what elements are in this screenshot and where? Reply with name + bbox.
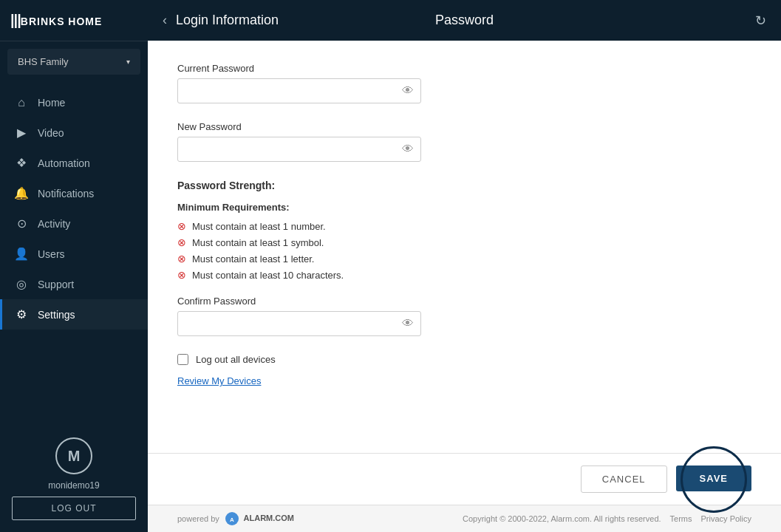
sidebar-item-notifications[interactable]: 🔔 Notifications <box>0 178 148 208</box>
nav-menu: ⌂ Home ▶ Video ❖ Automation 🔔 Notificati… <box>0 82 148 426</box>
sidebar-item-settings[interactable]: ⚙ Settings <box>0 299 148 330</box>
support-icon: ◎ <box>14 277 29 291</box>
current-password-wrapper: 👁 <box>177 78 421 103</box>
alarm-brand: A ALARM.COM <box>222 511 294 526</box>
sidebar-item-automation[interactable]: ❖ Automation <box>0 148 148 178</box>
sidebar-item-support[interactable]: ◎ Support <box>0 269 148 299</box>
sidebar-item-label: Users <box>38 248 65 260</box>
logout-button[interactable]: LOG OUT <box>12 497 136 520</box>
settings-icon: ⚙ <box>14 307 29 321</box>
toggle-new-password-icon[interactable]: 👁 <box>402 143 414 156</box>
copyright-text: Copyright © 2000-2022, Alarm.com. All ri… <box>463 514 661 523</box>
sidebar-item-label: Notifications <box>38 188 94 200</box>
top-header: ‹ Login Information Password ↻ <box>148 0 781 41</box>
requirement-text: Must contain at least 1 letter. <box>192 253 314 265</box>
sidebar-item-video[interactable]: ▶ Video <box>0 117 148 148</box>
sidebar-item-label: Activity <box>38 218 70 230</box>
automation-icon: ❖ <box>14 156 29 170</box>
privacy-link[interactable]: Privacy Policy <box>701 514 751 523</box>
sidebar-item-users[interactable]: 👤 Users <box>0 239 148 269</box>
confirm-password-input[interactable] <box>177 311 421 336</box>
brand-logo: |||BRINKS HOME <box>10 12 137 29</box>
current-password-label: Current Password <box>177 63 751 74</box>
confirm-password-group: Confirm Password 👁 <box>177 296 751 336</box>
terms-link[interactable]: Terms <box>670 514 692 523</box>
account-selector[interactable]: BHS Family ▾ <box>7 49 140 75</box>
requirement-text: Must contain at least 10 characters. <box>192 270 344 281</box>
home-icon: ⌂ <box>14 96 29 109</box>
powered-by: powered by A ALARM.COM <box>177 511 294 526</box>
sidebar-item-home[interactable]: ⌂ Home <box>0 88 148 117</box>
error-icon: ⊗ <box>177 220 186 232</box>
sidebar-bottom: M monidemo19 LOG OUT <box>0 426 148 532</box>
error-icon: ⊗ <box>177 253 186 265</box>
new-password-wrapper: 👁 <box>177 137 421 162</box>
avatar: M <box>55 437 92 474</box>
error-icon: ⊗ <box>177 269 186 281</box>
sidebar-item-label: Settings <box>38 309 75 321</box>
sidebar: |||BRINKS HOME BHS Family ▾ ⌂ Home ▶ Vid… <box>0 0 148 532</box>
chevron-down-icon: ▾ <box>126 58 130 66</box>
bottom-bar: powered by A ALARM.COM Copyright © 2000-… <box>148 505 781 532</box>
footer-links: Copyright © 2000-2022, Alarm.com. All ri… <box>463 514 751 523</box>
username-label: monidemo19 <box>48 480 99 491</box>
confirm-password-label: Confirm Password <box>177 296 751 307</box>
requirement-text: Must contain at least 1 number. <box>192 221 326 232</box>
footer-bar: CANCEL SAVE <box>148 453 781 505</box>
new-password-input[interactable] <box>177 137 421 162</box>
password-strength-section: Password Strength: Minimum Requirements:… <box>177 180 751 281</box>
account-name: BHS Family <box>18 56 69 67</box>
requirement-text: Must contain at least 1 symbol. <box>192 237 324 248</box>
sidebar-item-label: Home <box>38 97 65 109</box>
sidebar-item-activity[interactable]: ⊙ Activity <box>0 208 148 239</box>
logout-devices-row: Log out all devices <box>177 354 751 365</box>
main-content: ‹ Login Information Password ↻ Current P… <box>148 0 781 532</box>
cancel-button[interactable]: CANCEL <box>581 466 667 493</box>
requirements-title: Minimum Requirements: <box>177 202 751 213</box>
video-icon: ▶ <box>14 126 29 140</box>
svg-text:A: A <box>230 516 234 523</box>
back-button[interactable]: ‹ <box>163 13 167 28</box>
toggle-confirm-password-icon[interactable]: 👁 <box>402 317 414 330</box>
section-title: Password <box>435 13 494 28</box>
new-password-label: New Password <box>177 121 751 132</box>
users-icon: 👤 <box>14 247 29 261</box>
new-password-group: New Password 👁 <box>177 121 751 162</box>
sidebar-item-label: Support <box>38 279 74 290</box>
logout-all-label: Log out all devices <box>196 354 276 365</box>
alarm-brand-text: ALARM.COM <box>244 514 294 522</box>
requirement-characters: ⊗ Must contain at least 10 characters. <box>177 269 751 281</box>
avatar-initial: M <box>68 448 81 465</box>
sidebar-item-label: Automation <box>38 157 90 169</box>
save-button[interactable]: SAVE <box>676 466 751 491</box>
toggle-password-visibility-icon[interactable]: 👁 <box>402 84 414 98</box>
form-content: Current Password 👁 New Password 👁 Passwo… <box>148 41 781 453</box>
review-devices-link[interactable]: Review My Devices <box>177 375 261 386</box>
activity-icon: ⊙ <box>14 216 29 231</box>
requirement-number: ⊗ Must contain at least 1 number. <box>177 220 751 232</box>
requirement-letter: ⊗ Must contain at least 1 letter. <box>177 253 751 265</box>
logout-all-checkbox[interactable] <box>177 354 188 365</box>
current-password-input[interactable] <box>177 78 421 103</box>
logo-area: |||BRINKS HOME <box>0 0 148 41</box>
confirm-password-wrapper: 👁 <box>177 311 421 336</box>
current-password-group: Current Password 👁 <box>177 63 751 103</box>
notifications-icon: 🔔 <box>14 186 29 200</box>
requirement-symbol: ⊗ Must contain at least 1 symbol. <box>177 236 751 248</box>
powered-by-text: powered by <box>177 514 219 523</box>
sidebar-item-label: Video <box>38 127 64 139</box>
save-button-wrapper: SAVE <box>676 466 751 493</box>
error-icon: ⊗ <box>177 236 186 248</box>
refresh-icon[interactable]: ↻ <box>755 13 766 29</box>
password-strength-label: Password Strength: <box>177 180 751 191</box>
